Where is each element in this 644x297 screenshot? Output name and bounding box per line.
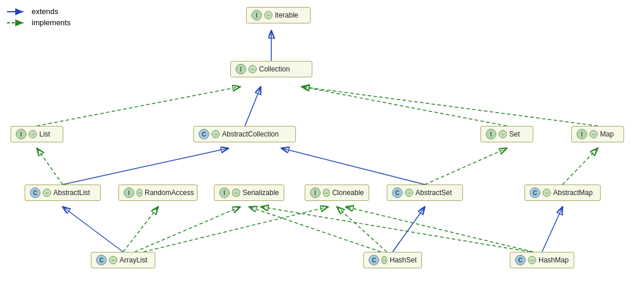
abstractcollection-label: AbstractCollection — [222, 130, 279, 138]
serializable-label: Serializable — [243, 189, 279, 197]
randomaccess-type-icon: I — [124, 187, 134, 198]
node-abstractmap: C ↔ AbstractMap — [524, 185, 601, 201]
iterable-label: Iterable — [275, 11, 298, 19]
randomaccess-sub-icon: ↔ — [137, 189, 142, 197]
collection-label: Collection — [259, 65, 290, 73]
collection-type-icon: I — [236, 64, 246, 74]
collection-sub-icon: ↔ — [248, 65, 257, 73]
node-arraylist: C ↔ ArrayList — [91, 252, 155, 268]
hashmap-type-icon: C — [515, 255, 526, 265]
abstractlist-sub-icon: ↔ — [43, 189, 51, 197]
cloneable-label: Cloneable — [332, 189, 364, 197]
map-type-icon: I — [577, 129, 587, 139]
diagram: I ↔ Iterable I ↔ Collection I ↔ List C ↔… — [0, 0, 644, 297]
serializable-sub-icon: ↔ — [232, 189, 240, 197]
abstractmap-label: AbstractMap — [553, 189, 592, 197]
set-sub-icon: ↔ — [499, 130, 507, 138]
abstractset-sub-icon: ↔ — [405, 189, 413, 197]
abstractset-label: AbstractSet — [415, 189, 452, 197]
cloneable-type-icon: I — [310, 187, 321, 198]
arraylist-label: ArrayList — [120, 256, 147, 264]
node-abstractset: C ↔ AbstractSet — [387, 185, 463, 201]
abstractmap-type-icon: C — [530, 187, 540, 198]
cloneable-sub-icon: ↔ — [323, 189, 330, 197]
hashset-sub-icon: ↔ — [381, 256, 387, 264]
iterable-type-icon: I — [251, 10, 262, 21]
node-collection: I ↔ Collection — [230, 61, 312, 77]
list-sub-icon: ↔ — [29, 130, 37, 138]
hashset-label: HashSet — [390, 256, 417, 264]
map-label: Map — [600, 130, 614, 138]
arraylist-sub-icon: ↔ — [109, 256, 117, 264]
set-label: Set — [509, 130, 520, 138]
hashmap-sub-icon: ↔ — [528, 256, 536, 264]
node-list: I ↔ List — [11, 126, 63, 142]
node-map: I ↔ Map — [571, 126, 624, 142]
hashmap-label: HashMap — [539, 256, 568, 264]
randomaccess-label: RandomAccess — [145, 189, 194, 197]
iterable-sub-icon: ↔ — [264, 11, 272, 19]
abstractcollection-sub-icon: ↔ — [212, 130, 220, 138]
node-abstractcollection: C ↔ AbstractCollection — [193, 126, 296, 142]
node-serializable: I ↔ Serializable — [214, 185, 284, 201]
abstractset-type-icon: C — [392, 187, 403, 198]
node-abstractlist: C ↔ AbstractList — [25, 185, 101, 201]
abstractlist-label: AbstractList — [53, 189, 90, 197]
node-hashset: C ↔ HashSet — [363, 252, 422, 268]
node-hashmap: C ↔ HashMap — [510, 252, 574, 268]
map-sub-icon: ↔ — [590, 130, 598, 138]
serializable-type-icon: I — [219, 187, 230, 198]
abstractmap-sub-icon: ↔ — [543, 189, 551, 197]
node-randomaccess: I ↔ RandomAccess — [118, 185, 197, 201]
node-cloneable: I ↔ Cloneable — [305, 185, 369, 201]
list-label: List — [39, 130, 50, 138]
node-set: I ↔ Set — [481, 126, 533, 142]
arraylist-type-icon: C — [96, 255, 107, 265]
hashset-type-icon: C — [369, 255, 379, 265]
node-iterable: I ↔ Iterable — [246, 7, 311, 23]
list-type-icon: I — [16, 129, 26, 139]
set-type-icon: I — [486, 129, 496, 139]
abstractcollection-type-icon: C — [199, 129, 209, 139]
abstractlist-type-icon: C — [30, 187, 40, 198]
